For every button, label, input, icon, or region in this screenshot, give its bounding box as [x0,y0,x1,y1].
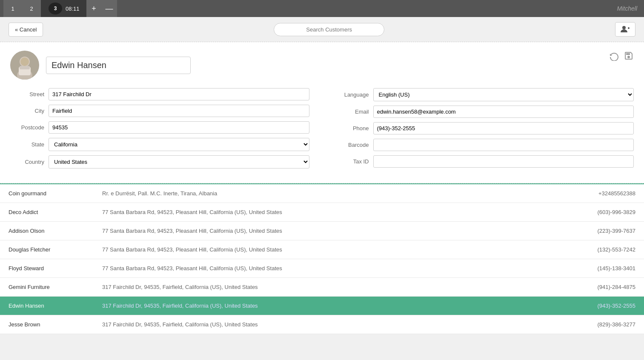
customer-phone: (829)-386-3277 [559,321,635,328]
customer-row[interactable]: Edwin Hansen317 Fairchild Dr, 94535, Fai… [0,297,644,315]
svg-point-6 [20,57,29,66]
customer-address: 77 Santa Barbara Rd, 94523, Pleasant Hil… [102,209,559,215]
postcode-input[interactable] [49,121,309,134]
svg-rect-8 [20,66,30,69]
undo-button[interactable] [609,51,619,63]
customer-name: Jesse Brown [9,321,102,328]
customer-address: 317 Fairchild Dr, 94535, Fairfield, Cali… [102,303,559,309]
customer-address: 317 Fairchild Dr, 94535, Fairfield, Cali… [102,284,559,290]
language-select[interactable]: English (US) [373,88,634,101]
taxid-row: Tax ID [335,155,634,168]
country-select[interactable]: United States [49,155,309,169]
street-row: Street [10,88,309,100]
customer-name: Coin gourmand [9,190,102,197]
timer-display: 08:11 [66,6,80,12]
barcode-row: Barcode [335,139,634,151]
phone-label: Phone [335,125,373,131]
customer-name: Douglas Fletcher [9,246,102,253]
customer-address: Rr. e Durrësit, Pall. M.C. Inerte, Tiran… [102,190,559,197]
avatar [10,51,39,80]
add-customer-icon [621,26,630,33]
main-content: « Cancel [0,17,644,360]
city-label: City [10,108,49,114]
customer-phone: (941)-284-4875 [559,284,635,290]
customer-address: 77 Santa Barbara Rd, 94523, Pleasant Hil… [102,265,559,271]
postcode-label: Postcode [10,124,49,131]
user-label: Mitchell [617,5,637,12]
country-label: Country [10,159,49,165]
barcode-input[interactable] [373,139,634,151]
avatar-image [10,51,39,80]
phone-input[interactable] [373,122,634,134]
language-label: Language [335,91,373,98]
customer-row[interactable]: Coin gourmandRr. e Durrësit, Pall. M.C. … [0,184,644,203]
left-fields: Street City Postcode State California [10,88,309,173]
country-row: Country United States [10,155,309,169]
customer-phone: (145)-138-3401 [559,265,635,271]
city-row: City [10,105,309,117]
customer-address: 77 Santa Barbara Rd, 94523, Pleasant Hil… [102,228,559,234]
customer-row[interactable]: Gemini Furniture317 Fairchild Dr, 94535,… [0,278,644,297]
street-input[interactable] [49,88,309,100]
save-button[interactable] [624,51,634,63]
customer-row[interactable]: Floyd Steward77 Santa Barbara Rd, 94523,… [0,259,644,278]
email-label: Email [335,109,373,115]
street-label: Street [10,91,49,97]
customer-name: Floyd Steward [9,265,102,271]
add-tab-button[interactable]: + [86,0,102,17]
tab-2[interactable]: 2 [22,0,41,17]
postcode-row: Postcode [10,121,309,134]
customer-phone: +32485562388 [559,190,635,197]
remove-tab-button[interactable]: — [102,0,117,17]
search-input[interactable] [274,23,384,36]
customer-name: Deco Addict [9,209,102,215]
form-actions [609,51,634,63]
form-header [10,51,634,80]
tab-3-timer[interactable]: 3 08:11 [41,0,86,17]
state-label: State [10,141,49,148]
tab-1[interactable]: 1 [3,0,22,17]
add-customer-button[interactable] [615,22,635,37]
customer-row[interactable]: Douglas Fletcher77 Santa Barbara Rd, 945… [0,240,644,259]
customer-list: Coin gourmandRr. e Durrësit, Pall. M.C. … [0,183,644,334]
customer-phone: (943)-352-2555 [559,303,635,309]
search-wrap [48,23,610,36]
form-area: Street City Postcode State California [0,42,644,183]
customer-row[interactable]: Jesse Brown317 Fairchild Dr, 94535, Fair… [0,315,644,334]
customer-row[interactable]: Addison Olson77 Santa Barbara Rd, 94523,… [0,222,644,240]
customer-name: Edwin Hansen [9,303,102,309]
customer-address: 77 Santa Barbara Rd, 94523, Pleasant Hil… [102,246,559,253]
right-fields: Language English (US) Email Phone Barcod… [335,88,634,173]
phone-row: Phone [335,122,634,134]
customer-row[interactable]: Deco Addict77 Santa Barbara Rd, 94523, P… [0,203,644,222]
tab-3-badge: 3 [49,3,62,14]
customer-name: Gemini Furniture [9,284,102,290]
email-row: Email [335,106,634,118]
state-select[interactable]: California [49,138,309,151]
customer-phone: (603)-996-3829 [559,209,635,215]
taxid-input[interactable] [373,155,634,168]
taxid-label: Tax ID [335,158,373,165]
cancel-button[interactable]: « Cancel [9,23,43,37]
customer-phone: (223)-399-7637 [559,228,635,234]
email-input[interactable] [373,106,634,118]
customer-address: 317 Fairchild Dr, 94535, Fairfield, Cali… [102,321,559,328]
action-bar: « Cancel [0,17,644,42]
customer-name: Addison Olson [9,228,102,234]
barcode-label: Barcode [335,142,373,148]
state-row: State California [10,138,309,151]
customer-phone: (132)-553-7242 [559,246,635,253]
language-row: Language English (US) [335,88,634,101]
city-input[interactable] [49,105,309,117]
svg-point-0 [622,26,626,29]
undo-icon [609,51,619,61]
fields-grid: Street City Postcode State California [10,88,634,173]
topbar: 1 2 3 08:11 + — Mitchell [0,0,644,17]
save-icon [624,51,634,61]
customer-name-input[interactable] [46,57,191,74]
